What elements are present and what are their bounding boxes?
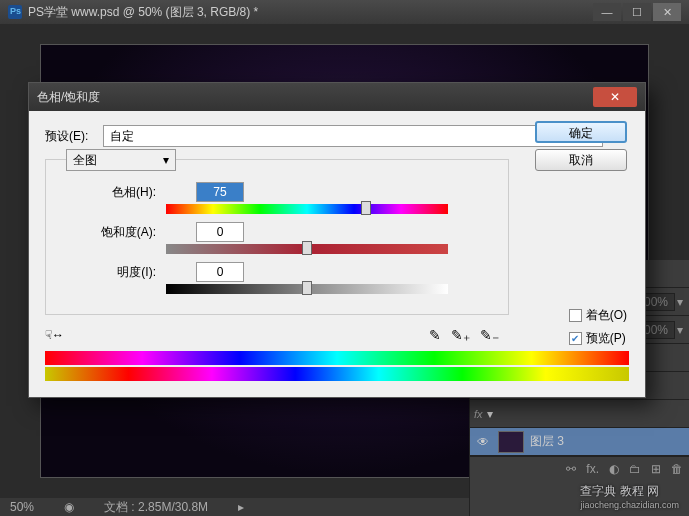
preview-checkbox[interactable]: ✔ bbox=[569, 332, 582, 345]
status-bar: 50% ◉ 文档 : 2.85M/30.8M ▸ bbox=[0, 498, 469, 516]
adjustment-group: 全图 ▾ 色相(H): 饱和度(A): 明度( bbox=[45, 159, 509, 315]
channel-select[interactable]: 全图 ▾ bbox=[66, 149, 176, 171]
lightness-slider[interactable] bbox=[166, 284, 448, 294]
ok-button[interactable]: 确定 bbox=[535, 121, 627, 143]
document-title: PS学堂 www.psd @ 50% (图层 3, RGB/8) * bbox=[28, 4, 593, 21]
layer-row-selected[interactable]: 👁 图层 3 bbox=[470, 428, 689, 456]
preview-label: 预览(P) bbox=[586, 330, 626, 347]
nav-icon[interactable]: ◉ bbox=[64, 500, 74, 514]
app-icon bbox=[8, 5, 22, 19]
app-window: PS学堂 www.psd @ 50% (图层 3, RGB/8) * — ☐ ✕… bbox=[0, 0, 689, 516]
layer-panel-footer: ⚯ fx. ◐ 🗀 ⊞ 🗑 bbox=[470, 456, 689, 480]
lightness-input[interactable] bbox=[196, 262, 244, 282]
visibility-icon[interactable]: 👁 bbox=[474, 435, 492, 449]
spectrum-top bbox=[45, 351, 629, 365]
dialog-close-button[interactable]: ✕ bbox=[593, 87, 637, 107]
link-icon[interactable]: ⚯ bbox=[566, 462, 576, 476]
saturation-label: 饱和度(A): bbox=[66, 224, 196, 241]
colorize-checkbox[interactable] bbox=[569, 309, 582, 322]
status-arrow-icon[interactable]: ▸ bbox=[238, 500, 244, 514]
hue-slider-thumb[interactable] bbox=[361, 201, 371, 215]
titlebar: PS学堂 www.psd @ 50% (图层 3, RGB/8) * — ☐ ✕ bbox=[0, 0, 689, 24]
watermark-text: 查字典 教程 网 bbox=[580, 483, 679, 500]
eyedropper-icon[interactable]: ✎ bbox=[429, 327, 441, 343]
fx-icon[interactable]: fx. bbox=[586, 462, 599, 476]
eyedropper-subtract-icon[interactable]: ✎₋ bbox=[480, 327, 499, 343]
trash-icon[interactable]: 🗑 bbox=[671, 462, 683, 476]
layer-fx-label: fx bbox=[474, 408, 483, 420]
watermark: 查字典 教程 网 jiaocheng.chazidian.com bbox=[580, 483, 679, 510]
scrub-icon[interactable]: ☟↔ bbox=[45, 328, 75, 342]
close-button[interactable]: ✕ bbox=[653, 3, 681, 21]
layer-row[interactable]: fx ▾ bbox=[470, 400, 689, 428]
lightness-slider-thumb[interactable] bbox=[302, 281, 312, 295]
mask-icon[interactable]: ◐ bbox=[609, 462, 619, 476]
preset-select[interactable]: 自定 ▾ bbox=[103, 125, 603, 147]
colorize-label: 着色(O) bbox=[586, 307, 627, 324]
doc-size: 文档 : 2.85M/30.8M bbox=[104, 499, 208, 516]
opacity-arrow-icon[interactable]: ▾ bbox=[677, 295, 683, 309]
zoom-level[interactable]: 50% bbox=[10, 500, 34, 514]
hue-input[interactable] bbox=[196, 182, 244, 202]
preset-label: 预设(E): bbox=[45, 128, 103, 145]
channel-value: 全图 bbox=[73, 152, 97, 169]
hue-slider[interactable] bbox=[166, 204, 448, 214]
lightness-label: 明度(I): bbox=[66, 264, 196, 281]
layer-thumbnail[interactable] bbox=[498, 431, 524, 453]
minimize-button[interactable]: — bbox=[593, 3, 621, 21]
fill-arrow-icon[interactable]: ▾ bbox=[677, 323, 683, 337]
layer-name[interactable]: 图层 3 bbox=[530, 433, 685, 450]
hue-saturation-dialog: 色相/饱和度 ✕ 确定 取消 预设(E): 自定 ▾ ≡ 全图 ▾ bbox=[28, 82, 646, 398]
saturation-slider[interactable] bbox=[166, 244, 448, 254]
folder-icon[interactable]: 🗀 bbox=[629, 462, 641, 476]
preset-value: 自定 bbox=[110, 128, 134, 145]
maximize-button[interactable]: ☐ bbox=[623, 3, 651, 21]
saturation-input[interactable] bbox=[196, 222, 244, 242]
new-layer-icon[interactable]: ⊞ bbox=[651, 462, 661, 476]
chevron-down-icon: ▾ bbox=[163, 153, 169, 167]
watermark-url: jiaocheng.chazidian.com bbox=[580, 500, 679, 510]
cancel-button[interactable]: 取消 bbox=[535, 149, 627, 171]
dialog-titlebar[interactable]: 色相/饱和度 ✕ bbox=[29, 83, 645, 111]
eyedropper-add-icon[interactable]: ✎₊ bbox=[451, 327, 470, 343]
dialog-title: 色相/饱和度 bbox=[37, 89, 593, 106]
fx-chevron-icon[interactable]: ▾ bbox=[487, 407, 493, 421]
spectrum-bottom bbox=[45, 367, 629, 381]
hue-label: 色相(H): bbox=[66, 184, 196, 201]
saturation-slider-thumb[interactable] bbox=[302, 241, 312, 255]
